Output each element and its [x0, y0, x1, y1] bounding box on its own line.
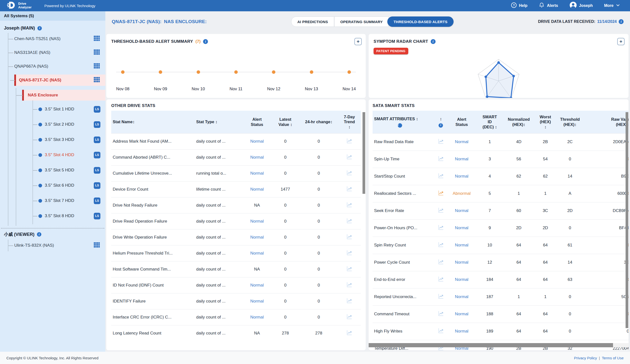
column-header[interactable]: 7-DayTrend↕ — [338, 111, 361, 133]
trend-chart-icon[interactable] — [346, 217, 353, 224]
trend-chart-icon[interactable] — [438, 327, 444, 334]
info-icon[interactable]: i — [38, 26, 42, 30]
column-header[interactable]: Raw Valu(HEX)↕ — [583, 111, 628, 133]
info-icon[interactable]: i — [438, 123, 443, 128]
trend-chart-icon[interactable] — [438, 172, 444, 179]
sidebar-item-slot[interactable]: 3.5" Slot 7 HDDLS — [38, 193, 105, 208]
alert-status-cell[interactable]: Abnormal — [448, 185, 476, 202]
column-header[interactable]: Stat Type ↕ — [195, 111, 243, 133]
trend-chart-icon[interactable] — [346, 329, 353, 336]
expand-panel-button[interactable]: + — [617, 38, 624, 45]
tab-operating-summary[interactable]: OPERATING SUMMARY — [334, 16, 389, 27]
trend-chart-icon[interactable] — [438, 293, 444, 300]
sidebar-item-slot[interactable]: 3.5" Slot 5 HDDLS — [38, 163, 105, 178]
ls-badge[interactable]: LS — [94, 213, 100, 219]
alert-status-cell[interactable]: Normal — [448, 288, 476, 306]
sidebar-item-system[interactable]: QNAS-871T-JC (NAS) — [14, 74, 105, 86]
trend-chart-icon[interactable] — [346, 153, 353, 160]
sidebar-item-slot[interactable]: 3.5" Slot 6 HDDLS — [38, 178, 105, 193]
info-icon[interactable]: i — [398, 123, 402, 128]
sidebar-item-slot[interactable]: 3.5" Slot 4 HDDLS — [38, 147, 105, 163]
trend-chart-icon[interactable] — [346, 233, 353, 240]
alert-dot[interactable] — [159, 70, 162, 74]
table-view-icon[interactable] — [94, 63, 105, 70]
info-icon[interactable]: i — [431, 39, 436, 44]
alert-status-cell[interactable]: Normal — [448, 168, 476, 185]
trend-chart-icon[interactable] — [438, 138, 444, 145]
trend-chart-icon[interactable] — [438, 155, 444, 162]
alert-status-cell[interactable]: Normal — [243, 181, 271, 197]
vertical-scrollbar[interactable] — [626, 112, 628, 328]
user-menu[interactable]: Joseph — [570, 1, 593, 10]
alerts-button[interactable]: Alerts — [539, 2, 558, 9]
alert-status-cell[interactable]: Normal — [243, 133, 271, 149]
alert-status-cell[interactable]: Normal — [243, 245, 271, 261]
trend-chart-icon[interactable] — [346, 169, 353, 176]
trend-chart-icon[interactable] — [346, 281, 353, 288]
ls-badge[interactable]: LS — [94, 167, 100, 174]
trend-chart-icon[interactable] — [346, 265, 353, 272]
alert-status-cell[interactable]: Normal — [448, 133, 476, 150]
column-header[interactable]: LatestValue ↕ — [271, 111, 300, 133]
trend-chart-icon[interactable] — [438, 310, 444, 317]
sidebar-item-system[interactable]: QNAP667A (NAS) — [14, 61, 105, 72]
alert-status-cell[interactable]: Normal — [448, 150, 476, 168]
ls-badge[interactable]: LS — [94, 152, 100, 158]
column-header[interactable]: Normalized(HEX)↕ — [504, 111, 534, 133]
ls-badge[interactable]: LS — [94, 182, 100, 189]
alert-status-cell[interactable]: Normal — [243, 229, 271, 245]
ls-badge[interactable]: LS — [94, 106, 100, 113]
table-view-icon[interactable] — [94, 77, 105, 84]
column-header[interactable]: Stat Name↕ — [111, 111, 195, 133]
alert-status-cell[interactable]: Normal — [448, 306, 476, 323]
vertical-scrollbar[interactable] — [362, 112, 365, 194]
help-button[interactable]: ? Help — [511, 2, 528, 9]
alert-status-cell[interactable]: Normal — [448, 254, 476, 271]
sidebar-group-viewer[interactable]: 小威 (VIEWER) i — [4, 231, 105, 237]
terms-of-use-link[interactable]: Terms of Use — [602, 356, 624, 360]
sidebar-item-slot[interactable]: 3.5" Slot 1 HDDLS — [38, 102, 105, 117]
privacy-policy-link[interactable]: Privacy Policy — [574, 356, 597, 360]
expand-panel-button[interactable]: + — [354, 38, 362, 45]
tab-threshold-based-alerts[interactable]: THRESHOLD-BASED ALERTS — [387, 16, 454, 27]
trend-chart-icon[interactable] — [346, 249, 353, 256]
info-icon[interactable]: i — [37, 232, 41, 237]
trend-chart-icon[interactable] — [438, 190, 444, 196]
column-header[interactable]: Threshold(HEX)↕ — [557, 111, 583, 133]
sidebar-item-nas-enclosure[interactable]: NAS Enclosure — [22, 90, 105, 101]
column-header[interactable]: 24-hr change↕ — [300, 111, 338, 133]
alert-dot[interactable] — [121, 70, 124, 74]
column-header[interactable]: AlertStatus — [243, 111, 271, 133]
tab-ai-predictions[interactable]: AI PREDICTIONS — [291, 16, 334, 27]
sidebar-item-slot[interactable]: 3.5" Slot 2 HDDLS — [38, 117, 105, 132]
alert-status-cell[interactable]: NA — [243, 261, 271, 277]
alert-dot[interactable] — [197, 70, 200, 74]
breadcrumb-system[interactable]: QNAS-871T-JC (NAS): — [112, 19, 162, 24]
column-header[interactable]: Worst(HEX)↕ — [534, 111, 557, 133]
ls-badge[interactable]: LS — [94, 136, 100, 143]
alert-dot[interactable] — [310, 70, 313, 74]
table-view-icon[interactable] — [94, 49, 105, 56]
trend-chart-icon[interactable] — [346, 137, 353, 144]
alert-status-cell[interactable]: Normal — [243, 277, 271, 293]
column-header[interactable]: SMARTID(DEC) ↕ — [476, 111, 504, 133]
alert-status-cell[interactable]: Normal — [448, 202, 476, 219]
sidebar-group-joseph-main[interactable]: Joseph (MAIN) i — [4, 25, 105, 31]
alert-status-cell[interactable]: Normal — [448, 271, 476, 288]
alert-status-cell[interactable]: NA — [243, 197, 271, 213]
alert-status-cell[interactable]: Normal — [448, 323, 476, 340]
sidebar-item-slot[interactable]: 3.5" Slot 3 HDDLS — [38, 132, 105, 147]
horizontal-scrollbar[interactable] — [369, 343, 613, 347]
trend-chart-icon[interactable] — [346, 185, 353, 192]
trend-chart-icon[interactable] — [438, 207, 444, 214]
alert-status-cell[interactable]: Normal — [448, 219, 476, 237]
sidebar-item-slot[interactable]: 3.5" Slot 8 HDDLS — [38, 208, 105, 224]
ls-badge[interactable]: LS — [94, 198, 100, 204]
trend-chart-icon[interactable] — [438, 259, 444, 265]
sidebar-item-system[interactable]: NAS313A1E (NAS) — [14, 47, 105, 58]
alert-status-cell[interactable]: Normal — [448, 237, 476, 254]
trend-chart-icon[interactable] — [346, 313, 353, 320]
alert-status-cell[interactable]: Normal — [243, 309, 271, 325]
alert-status-cell[interactable]: Normal — [243, 165, 271, 181]
alert-status-cell[interactable]: Normal — [243, 293, 271, 309]
